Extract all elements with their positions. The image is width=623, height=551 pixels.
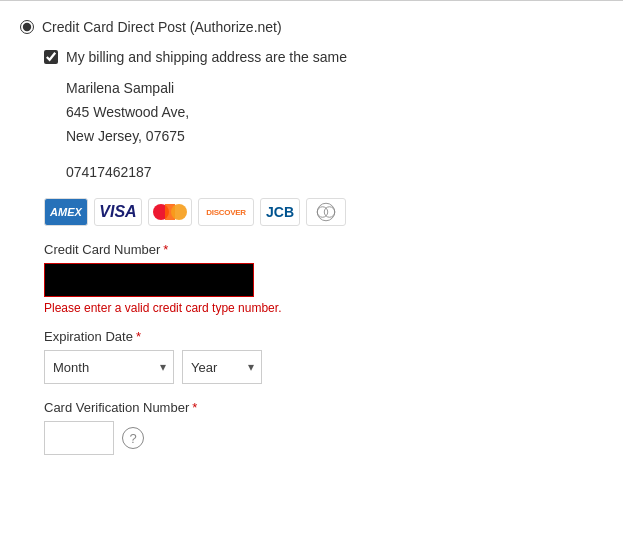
svg-point-2 [324,207,335,218]
payment-section: Credit Card Direct Post (Authorize.net) … [0,0,623,551]
month-select[interactable]: Month 01 02 03 04 05 06 07 08 09 10 11 1… [44,350,174,384]
cvn-label: Card Verification Number* [44,400,603,415]
year-select-wrapper: Year 2024 2025 2026 2027 2028 2029 2030 [182,350,262,384]
payment-details: My billing and shipping address are the … [44,49,603,455]
address-city-state-zip: New Jersey, 07675 [66,125,603,149]
same-address-label: My billing and shipping address are the … [66,49,347,65]
year-select[interactable]: Year 2024 2025 2026 2027 2028 2029 2030 [182,350,262,384]
cvn-section: Card Verification Number* ? [44,400,603,455]
same-address-row: My billing and shipping address are the … [44,49,603,65]
amex-icon: AMEX [44,198,88,226]
address-street: 645 Westwood Ave, [66,101,603,125]
expiry-selects: Month 01 02 03 04 05 06 07 08 09 10 11 1… [44,350,603,384]
payment-option-label: Credit Card Direct Post (Authorize.net) [42,19,282,35]
cc-number-input[interactable] [44,263,254,297]
expiry-required-star: * [136,329,141,344]
address-block: Marilena Sampali 645 Westwood Ave, New J… [66,77,603,148]
cvn-help-icon[interactable]: ? [122,427,144,449]
phone-block: 07417462187 [66,164,603,180]
phone-number: 07417462187 [66,164,603,180]
diners-icon [306,198,346,226]
cc-error-message: Please enter a valid credit card type nu… [44,301,603,315]
cc-number-label: Credit Card Number* [44,242,603,257]
month-select-wrapper: Month 01 02 03 04 05 06 07 08 09 10 11 1… [44,350,174,384]
svg-point-0 [317,204,335,222]
credit-card-radio[interactable] [20,20,34,34]
cc-input-wrapper [44,263,254,297]
visa-icon: VISA [94,198,142,226]
cvn-required-star: * [192,400,197,415]
jcb-icon: JCB [260,198,300,226]
cc-required-star: * [163,242,168,257]
expiry-label: Expiration Date* [44,329,603,344]
card-icons-row: AMEX VISA DISCOVER JCB [44,198,603,226]
cvn-row: ? [44,421,603,455]
same-address-checkbox[interactable] [44,50,58,64]
mastercard-icon [148,198,192,226]
address-name: Marilena Sampali [66,77,603,101]
discover-icon: DISCOVER [198,198,254,226]
payment-option-row: Credit Card Direct Post (Authorize.net) [20,11,603,35]
cc-number-field: Credit Card Number* [44,242,603,297]
cvn-input[interactable] [44,421,114,455]
expiry-section: Expiration Date* Month 01 02 03 04 05 06… [44,329,603,384]
